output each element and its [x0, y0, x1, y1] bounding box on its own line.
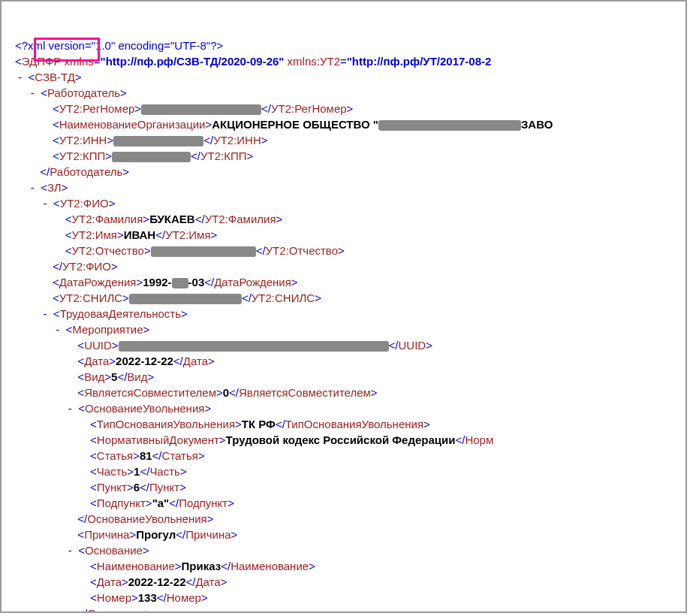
xmlns2-val: "http://пф.рф/УТ/2017-08-2	[347, 55, 492, 68]
term-open: ОснованиеУвольнения	[85, 402, 204, 415]
collapse-toggle[interactable]: -	[44, 307, 47, 320]
xml-viewer: <?xml version="1.0" encoding="UTF-8"?> <…	[0, 0, 687, 613]
redacted	[113, 136, 203, 146]
redacted	[119, 341, 389, 352]
collapse-toggle[interactable]: -	[31, 181, 35, 194]
xmlns-val: "http://пф.рф/СЗВ-ТД/2020-09-26"	[101, 55, 285, 68]
employer-close: Работодатель	[50, 165, 122, 178]
xml-declaration: <?xml version="1.0" encoding="UTF-8"?>	[15, 39, 223, 52]
collapse-toggle[interactable]: -	[68, 544, 72, 557]
combo-val: 0	[223, 386, 229, 399]
orgname-tag: НаименованиеОрганизации	[59, 118, 206, 131]
basis-date: 2022-12-22	[128, 575, 186, 588]
basis-open: Основание	[85, 544, 143, 557]
orgname-prefix: АКЦИОНЕРНОЕ ОБЩЕСТВО "	[212, 118, 378, 131]
employer-open: Работодатель	[47, 86, 120, 99]
event-date: 2022-12-22	[116, 355, 173, 367]
dob: 1992-	[143, 276, 171, 288]
xmlns2-key: xmlns:УТ2	[288, 55, 340, 68]
basis-close: Основание	[87, 607, 145, 613]
root-name: ЭДПФР	[22, 55, 62, 68]
term-type: ТК РФ	[242, 418, 276, 430]
collapse-toggle[interactable]: -	[31, 86, 35, 99]
orgname-suffix: ЗАВО	[521, 118, 553, 131]
regno-tag: УТ2:РегНомер	[59, 102, 135, 115]
root-open: <	[15, 55, 22, 68]
labor-open: ТрудоваяДеятельность	[60, 307, 181, 320]
zl-open: ЗЛ	[47, 181, 62, 194]
collapse-toggle[interactable]: -	[44, 197, 47, 210]
kpp-tag: УТ2:КПП	[59, 149, 106, 162]
redacted	[151, 246, 256, 257]
szv-td-tag: СЗВ-ТД	[35, 71, 75, 83]
term-close: ОснованиеУвольнения	[87, 512, 206, 525]
given-name: ИВАН	[124, 228, 156, 241]
redacted	[378, 120, 521, 131]
redacted	[129, 294, 242, 304]
basis-name: Приказ	[182, 560, 221, 572]
reason: Прогул	[136, 528, 176, 541]
redacted	[112, 152, 191, 162]
collapse-toggle[interactable]: -	[56, 323, 59, 336]
collapse-toggle[interactable]: -	[68, 402, 72, 415]
fio-open: УТ2:ФИО	[60, 197, 109, 210]
inn-tag: УТ2:ИНН	[59, 134, 107, 146]
redacted	[141, 104, 261, 115]
ndoc-val: Трудовой кодекс Российской Федерации	[226, 433, 456, 446]
collapse-toggle[interactable]: -	[18, 71, 22, 83]
redacted	[172, 278, 188, 288]
basis-number: 133	[138, 591, 157, 604]
event-open: Мероприятие	[72, 323, 143, 336]
surname: БУКАЕВ	[149, 213, 195, 225]
xmlns-key: xmlns	[65, 55, 94, 68]
fio-close: УТ2:ФИО	[62, 260, 111, 273]
